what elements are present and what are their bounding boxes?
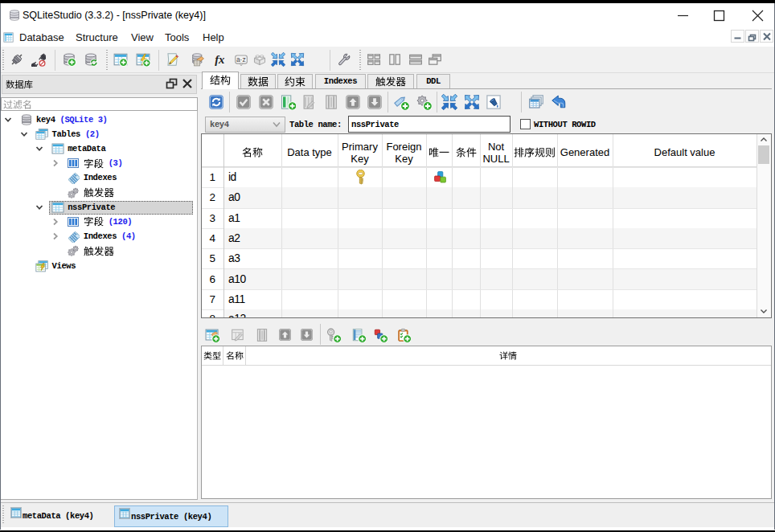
svg-text:a·z: a·z xyxy=(236,55,246,63)
svg-text:fx: fx xyxy=(215,53,224,66)
